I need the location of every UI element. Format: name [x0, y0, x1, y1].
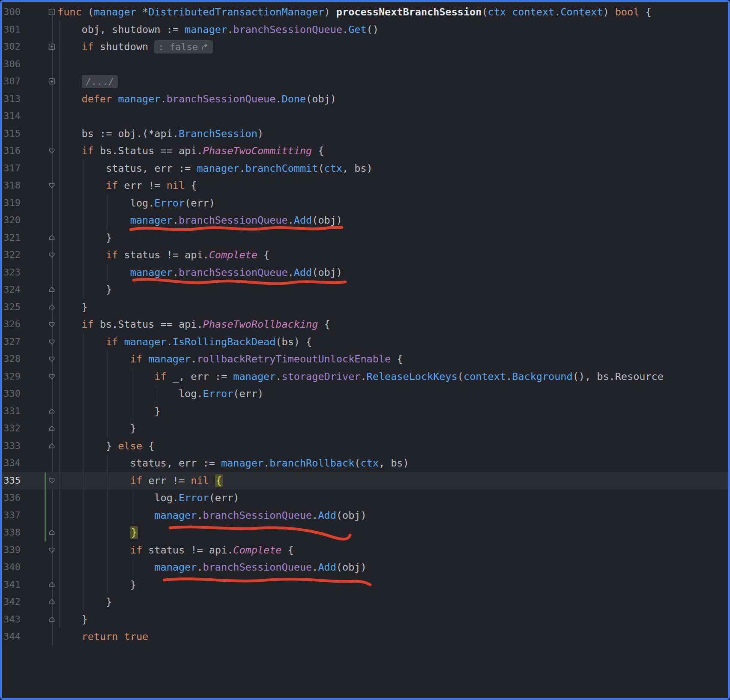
code-text[interactable]: defer manager.branchSessionQueue.Done(ob…	[57, 90, 336, 108]
line-number[interactable]: 306	[0, 56, 21, 73]
line-number[interactable]: 335	[0, 472, 21, 490]
code-text[interactable]: }	[57, 524, 138, 541]
fold-region-start-icon[interactable]	[48, 477, 56, 485]
code-text[interactable]: return true	[57, 628, 148, 646]
line-number[interactable]: 330	[0, 385, 21, 403]
line-number[interactable]: 307	[0, 73, 21, 90]
line-number[interactable]: 316	[0, 142, 21, 160]
gutter-fold-column[interactable]	[21, 246, 57, 264]
code-text[interactable]: log.Error(err)	[57, 385, 263, 403]
code-text[interactable]: if bs.Status == api.PhaseTwoCommitting {	[57, 142, 324, 160]
gutter-fold-column[interactable]	[21, 368, 57, 386]
code-text[interactable]: if manager.rollbackRetryTimeoutUnlockEna…	[57, 350, 403, 368]
line-number[interactable]: 333	[0, 437, 21, 455]
line-number[interactable]: 322	[0, 246, 21, 264]
code-text[interactable]: manager.branchSessionQueue.Add(obj)	[57, 507, 367, 524]
gutter-fold-column[interactable]	[21, 350, 57, 368]
line-number[interactable]: 324	[0, 281, 21, 299]
gutter-fold-column[interactable]	[21, 420, 57, 437]
code-text[interactable]: }	[57, 611, 88, 628]
fold-region-end-icon[interactable]	[48, 529, 56, 536]
line-number[interactable]: 341	[0, 576, 21, 594]
line-number[interactable]: 334	[0, 455, 21, 472]
fold-region-start-icon[interactable]	[48, 320, 56, 328]
gutter-fold-column[interactable]	[21, 316, 57, 333]
fold-region-start-icon[interactable]	[48, 147, 56, 155]
gutter-fold-column[interactable]	[21, 593, 57, 611]
code-text[interactable]: if err != nil {	[57, 472, 223, 490]
line-number[interactable]: 321	[0, 229, 21, 247]
code-text[interactable]: status, err := manager.branchCommit(ctx,…	[57, 160, 373, 177]
code-text[interactable]: }	[57, 403, 161, 420]
line-number[interactable]: 318	[0, 177, 21, 194]
fold-expanded-icon[interactable]	[48, 8, 56, 16]
fold-collapsed-icon[interactable]	[48, 78, 56, 85]
line-number[interactable]: 325	[0, 299, 21, 316]
gutter-fold-column[interactable]	[21, 524, 57, 541]
code-text[interactable]: }	[57, 229, 112, 247]
gutter-fold-column[interactable]	[21, 403, 57, 420]
line-number[interactable]: 331	[0, 403, 21, 420]
line-number[interactable]: 342	[0, 593, 21, 611]
code-text[interactable]: }	[57, 299, 88, 316]
code-text[interactable]: /.../	[57, 73, 118, 91]
code-text[interactable]: manager.branchSessionQueue.Add(obj)	[57, 559, 367, 576]
code-text[interactable]: if shutdown : false	[57, 38, 213, 56]
fold-region-end-icon[interactable]	[48, 407, 56, 415]
line-number[interactable]: 323	[0, 264, 21, 281]
line-number[interactable]: 320	[0, 212, 21, 229]
code-text[interactable]: }	[57, 593, 112, 611]
fold-region-start-icon[interactable]	[48, 182, 56, 189]
line-number[interactable]: 329	[0, 368, 21, 386]
code-text[interactable]: if _, err := manager.storageDriver.Relea…	[57, 368, 664, 386]
gutter-fold-column[interactable]	[21, 38, 57, 56]
code-text[interactable]: if status != api.Complete {	[57, 541, 294, 559]
fold-region-end-icon[interactable]	[48, 303, 56, 311]
fold-region-end-icon[interactable]	[48, 598, 56, 606]
fold-region-start-icon[interactable]	[48, 546, 56, 554]
gutter-fold-column[interactable]	[21, 229, 57, 247]
fold-region-start-icon[interactable]	[48, 338, 56, 346]
fold-region-end-icon[interactable]	[48, 442, 56, 450]
line-number[interactable]: 339	[0, 541, 21, 559]
line-number[interactable]: 338	[0, 524, 21, 541]
line-number[interactable]: 317	[0, 160, 21, 177]
gutter-fold-column[interactable]	[21, 541, 57, 559]
code-text[interactable]: }	[57, 281, 112, 299]
gutter-fold-column[interactable]	[21, 3, 57, 21]
code-text[interactable]: }	[57, 576, 136, 594]
line-number[interactable]: 343	[0, 611, 21, 628]
code-text[interactable]: if status != api.Complete {	[57, 246, 269, 264]
line-number[interactable]: 328	[0, 350, 21, 368]
code-text[interactable]: log.Error(err)	[57, 489, 239, 507]
code-text[interactable]: obj, shutdown := manager.branchSessionQu…	[57, 21, 379, 39]
fold-region-end-icon[interactable]	[48, 286, 56, 293]
gutter-fold-column[interactable]	[21, 299, 57, 316]
fold-region-end-icon[interactable]	[48, 425, 56, 432]
line-number[interactable]: 314	[0, 108, 21, 125]
gutter-fold-column[interactable]	[21, 177, 57, 194]
line-number[interactable]: 332	[0, 420, 21, 437]
line-number[interactable]: 301	[0, 21, 21, 39]
line-number[interactable]: 344	[0, 628, 21, 646]
vcs-change-marker[interactable]	[45, 472, 46, 541]
fold-collapsed-icon[interactable]	[48, 43, 56, 51]
gutter-fold-column[interactable]	[21, 281, 57, 299]
code-text[interactable]: if manager.IsRollingBackDead(bs) {	[57, 333, 312, 351]
fold-region-start-icon[interactable]	[48, 251, 56, 259]
code-text[interactable]: if err != nil {	[57, 177, 197, 194]
gutter-fold-column[interactable]	[21, 333, 57, 351]
gutter-fold-column[interactable]	[21, 437, 57, 455]
line-number[interactable]: 326	[0, 316, 21, 333]
folded-comment-hint[interactable]: /.../	[82, 75, 118, 88]
gutter-fold-column[interactable]	[21, 73, 57, 90]
fold-region-end-icon[interactable]	[48, 581, 56, 589]
line-number[interactable]: 302	[0, 38, 21, 56]
code-text[interactable]: bs := obj.(*api.BranchSession)	[57, 125, 263, 143]
code-text[interactable]: func (manager *DistributedTransactionMan…	[57, 3, 652, 21]
code-text[interactable]: } else {	[57, 437, 154, 455]
fold-region-end-icon[interactable]	[48, 234, 56, 242]
fold-region-start-icon[interactable]	[48, 373, 56, 380]
line-number[interactable]: 300	[0, 3, 21, 21]
fold-region-start-icon[interactable]	[48, 355, 56, 363]
